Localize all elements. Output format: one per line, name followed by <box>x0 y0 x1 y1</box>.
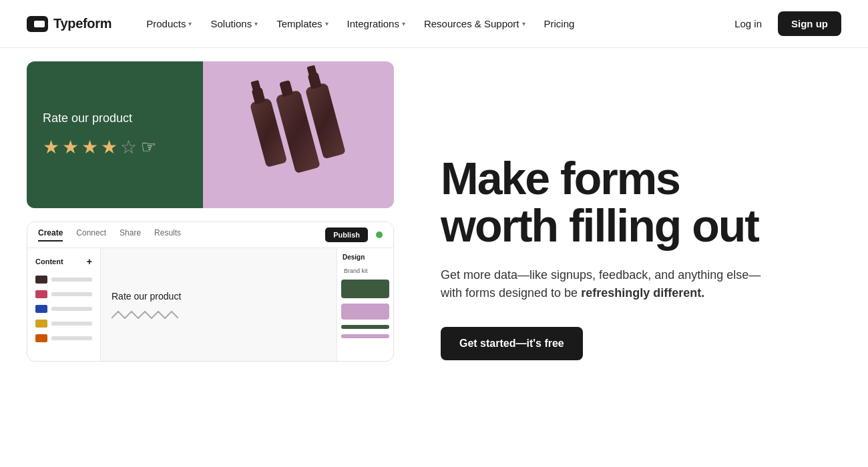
tab-connect[interactable]: Connect <box>76 228 106 242</box>
hero-heading: Make forms worth filling out <box>441 155 828 250</box>
rate-product-label: Rate our product <box>43 111 132 125</box>
design-swatch-pink[interactable] <box>341 304 389 320</box>
publish-area: Publish <box>325 227 383 242</box>
cta-button[interactable]: Get started—it's free <box>441 327 583 360</box>
item-label-line <box>51 336 92 340</box>
login-button[interactable]: Log in <box>724 13 773 35</box>
product-rating-screenshot: Rate our product ★ ★ ★ ★ ☆ ☞ <box>27 61 394 208</box>
hero-subtitle: Get more data—like signups, feedback, an… <box>441 266 761 304</box>
main-content: Rate our product ★ ★ ★ ★ ☆ ☞ <box>0 48 868 467</box>
item-label-line <box>51 307 92 311</box>
nav-integrations[interactable]: Integrations ▾ <box>339 13 413 35</box>
design-swatch-green[interactable] <box>341 280 389 298</box>
item-icon <box>35 290 47 298</box>
add-icon[interactable]: + <box>87 256 92 267</box>
star-5-empty: ☆ <box>120 136 137 158</box>
product-photo-area <box>203 61 394 208</box>
editor-design-sidebar: Design Brand kit <box>337 248 393 362</box>
nav-solutions[interactable]: Solutions ▾ <box>202 13 266 35</box>
item-label-line <box>51 278 92 282</box>
item-icon <box>35 320 47 328</box>
left-panel: Rate our product ★ ★ ★ ★ ☆ ☞ <box>0 48 414 467</box>
hero-panel: Make forms worth filling out Get more da… <box>414 48 868 467</box>
tab-results[interactable]: Results <box>154 228 181 242</box>
tab-create[interactable]: Create <box>38 228 63 242</box>
star-3: ★ <box>81 136 98 158</box>
brand-logo[interactable]: Typeform <box>27 16 112 32</box>
item-label-line <box>51 322 92 326</box>
nav-pricing[interactable]: Pricing <box>536 13 583 35</box>
item-label-line <box>51 292 92 296</box>
logo-icon <box>27 16 48 32</box>
chevron-down-icon: ▾ <box>254 20 258 27</box>
item-icon <box>35 276 47 284</box>
nav-products[interactable]: Products ▾ <box>138 13 200 35</box>
nav-resources[interactable]: Resources & Support ▾ <box>416 13 533 35</box>
nav-actions: Log in Sign up <box>724 11 841 36</box>
star-rating-row: ★ ★ ★ ★ ☆ ☞ <box>43 136 156 158</box>
editor-screenshot: Create Connect Share Results Publish Con… <box>27 221 394 362</box>
list-item-2[interactable] <box>33 287 95 302</box>
rating-card: Rate our product ★ ★ ★ ★ ☆ ☞ <box>27 61 203 208</box>
star-2: ★ <box>62 136 79 158</box>
tab-share[interactable]: Share <box>120 228 141 242</box>
chevron-down-icon: ▾ <box>325 20 329 27</box>
rating-wave-svg <box>112 308 178 322</box>
chevron-down-icon: ▾ <box>188 20 192 27</box>
editor-body: Content + <box>27 248 393 362</box>
nav-templates[interactable]: Templates ▾ <box>268 13 336 35</box>
editor-canvas: Rate our product <box>101 248 337 362</box>
list-item-4[interactable] <box>33 316 95 331</box>
design-accent-bar-2 <box>341 334 389 338</box>
canvas-star-rating <box>112 308 178 322</box>
design-panel-label: Design <box>341 254 389 264</box>
publish-button[interactable]: Publish <box>325 227 368 242</box>
editor-tabs: Create Connect Share Results <box>38 228 181 242</box>
chevron-down-icon: ▾ <box>402 20 405 27</box>
list-item-5[interactable] <box>33 331 95 346</box>
item-icon <box>35 305 47 313</box>
content-header: Content + <box>33 254 95 272</box>
item-icon <box>35 334 47 342</box>
canvas-question-text: Rate our product <box>112 291 181 302</box>
nav-links: Products ▾ Solutions ▾ Templates ▾ Integ… <box>138 13 724 35</box>
brand-name: Typeform <box>53 16 112 31</box>
navbar: Typeform Products ▾ Solutions ▾ Template… <box>0 0 868 48</box>
cursor-icon: ☞ <box>141 137 156 157</box>
chevron-down-icon: ▾ <box>522 20 525 27</box>
status-dot <box>376 231 383 238</box>
star-4: ★ <box>101 136 118 158</box>
list-item-3[interactable] <box>33 302 95 316</box>
editor-topbar: Create Connect Share Results Publish <box>27 222 393 248</box>
signup-button[interactable]: Sign up <box>778 11 841 36</box>
list-item-1[interactable] <box>33 272 95 287</box>
brand-kit-item[interactable]: Brand kit <box>341 266 389 276</box>
editor-content-sidebar: Content + <box>27 248 101 362</box>
product-bottles <box>250 83 348 181</box>
star-1: ★ <box>43 136 59 158</box>
design-accent-bar <box>341 325 389 329</box>
